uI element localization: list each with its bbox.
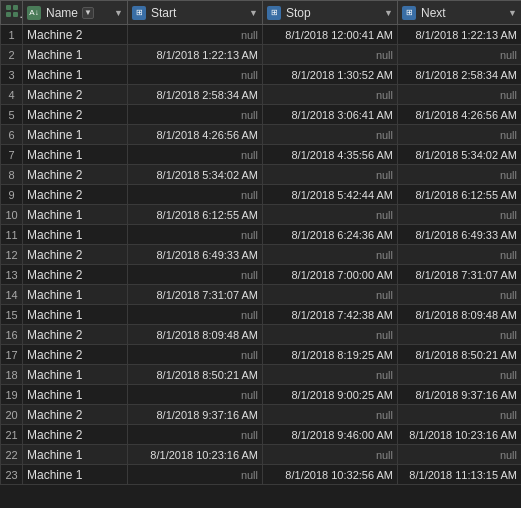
row-number: 10 — [1, 205, 23, 225]
machine-name: Machine 1 — [23, 45, 128, 65]
row-number: 9 — [1, 185, 23, 205]
next-value: 8/1/2018 5:34:02 AM — [398, 145, 522, 165]
svg-rect-1 — [13, 5, 18, 10]
machine-name: Machine 2 — [23, 85, 128, 105]
next-value: 8/1/2018 9:37:16 AM — [398, 385, 522, 405]
table-row: 12Machine 28/1/2018 6:49:33 AMnullnull — [1, 245, 522, 265]
start-dropdown-arrow[interactable]: ▼ — [249, 8, 258, 18]
machine-name: Machine 1 — [23, 465, 128, 485]
table-row: 11Machine 1null8/1/2018 6:24:36 AM8/1/20… — [1, 225, 522, 245]
next-value: null — [398, 245, 522, 265]
table-row: 7Machine 1null8/1/2018 4:35:56 AM8/1/201… — [1, 145, 522, 165]
start-value: 8/1/2018 7:31:07 AM — [128, 285, 263, 305]
name-dropdown-arrow[interactable]: ▼ — [114, 8, 123, 18]
next-value: 8/1/2018 2:58:34 AM — [398, 65, 522, 85]
next-value: null — [398, 85, 522, 105]
next-value: 8/1/2018 6:49:33 AM — [398, 225, 522, 245]
stop-value: 8/1/2018 9:46:00 AM — [263, 425, 398, 445]
machine-name: Machine 1 — [23, 445, 128, 465]
machine-name: Machine 1 — [23, 125, 128, 145]
table-row: 1Machine 2null8/1/2018 12:00:41 AM8/1/20… — [1, 25, 522, 45]
stop-value: null — [263, 125, 398, 145]
machine-name: Machine 2 — [23, 405, 128, 425]
start-value: 8/1/2018 10:23:16 AM — [128, 445, 263, 465]
machine-name: Machine 2 — [23, 245, 128, 265]
name-sort-button[interactable]: ▼ — [82, 7, 94, 19]
table-row: 10Machine 18/1/2018 6:12:55 AMnullnull — [1, 205, 522, 225]
row-number: 21 — [1, 425, 23, 445]
start-value: null — [128, 265, 263, 285]
start-value: 8/1/2018 9:37:16 AM — [128, 405, 263, 425]
machine-name: Machine 1 — [23, 285, 128, 305]
stop-value: null — [263, 205, 398, 225]
next-value: null — [398, 285, 522, 305]
start-value: null — [128, 105, 263, 125]
next-value: 8/1/2018 11:13:15 AM — [398, 465, 522, 485]
table-row: 8Machine 28/1/2018 5:34:02 AMnullnull — [1, 165, 522, 185]
next-value: null — [398, 365, 522, 385]
row-number: 23 — [1, 465, 23, 485]
table-row: 14Machine 18/1/2018 7:31:07 AMnullnull — [1, 285, 522, 305]
stop-value: 8/1/2018 3:06:41 AM — [263, 105, 398, 125]
stop-dropdown-arrow[interactable]: ▼ — [384, 8, 393, 18]
start-value: null — [128, 225, 263, 245]
stop-value: null — [263, 445, 398, 465]
start-col-icon: ⊞ — [132, 6, 146, 20]
row-number: 14 — [1, 285, 23, 305]
next-value: null — [398, 445, 522, 465]
next-value: 8/1/2018 8:50:21 AM — [398, 345, 522, 365]
stop-value: 8/1/2018 4:35:56 AM — [263, 145, 398, 165]
stop-column-header[interactable]: ⊞ Stop ▼ — [263, 1, 398, 25]
table-row: 9Machine 2null8/1/2018 5:42:44 AM8/1/201… — [1, 185, 522, 205]
start-column-header[interactable]: ⊞ Start ▼ — [128, 1, 263, 25]
stop-value: null — [263, 45, 398, 65]
start-value: 8/1/2018 6:49:33 AM — [128, 245, 263, 265]
start-value: null — [128, 145, 263, 165]
svg-rect-2 — [6, 12, 11, 17]
stop-value: 8/1/2018 9:00:25 AM — [263, 385, 398, 405]
row-number: 2 — [1, 45, 23, 65]
stop-value: 8/1/2018 12:00:41 AM — [263, 25, 398, 45]
start-value: 8/1/2018 5:34:02 AM — [128, 165, 263, 185]
row-number: 1 — [1, 25, 23, 45]
stop-col-icon: ⊞ — [267, 6, 281, 20]
machine-name: Machine 1 — [23, 145, 128, 165]
row-number: 13 — [1, 265, 23, 285]
start-value: null — [128, 185, 263, 205]
machine-name: Machine 2 — [23, 325, 128, 345]
next-column-header[interactable]: ⊞ Next ▼ — [398, 1, 522, 25]
table-row: 4Machine 28/1/2018 2:58:34 AMnullnull — [1, 85, 522, 105]
start-value: 8/1/2018 8:50:21 AM — [128, 365, 263, 385]
start-value: 8/1/2018 4:26:56 AM — [128, 125, 263, 145]
machine-name: Machine 1 — [23, 305, 128, 325]
name-col-label: Name — [46, 6, 78, 20]
row-number-header — [1, 1, 23, 25]
next-value: 8/1/2018 10:23:16 AM — [398, 425, 522, 445]
next-value: null — [398, 405, 522, 425]
next-value: null — [398, 165, 522, 185]
stop-value: null — [263, 165, 398, 185]
name-column-header[interactable]: A↓ Name ▼ ▼ — [23, 1, 128, 25]
row-number: 15 — [1, 305, 23, 325]
stop-col-label: Stop — [286, 6, 311, 20]
row-number: 19 — [1, 385, 23, 405]
table-row: 13Machine 2null8/1/2018 7:00:00 AM8/1/20… — [1, 265, 522, 285]
table-row: 15Machine 1null8/1/2018 7:42:38 AM8/1/20… — [1, 305, 522, 325]
next-dropdown-arrow[interactable]: ▼ — [508, 8, 517, 18]
row-number: 4 — [1, 85, 23, 105]
stop-value: 8/1/2018 10:32:56 AM — [263, 465, 398, 485]
row-number: 22 — [1, 445, 23, 465]
start-value: null — [128, 65, 263, 85]
next-value: 8/1/2018 7:31:07 AM — [398, 265, 522, 285]
table-row: 23Machine 1null8/1/2018 10:32:56 AM8/1/2… — [1, 465, 522, 485]
machine-name: Machine 1 — [23, 225, 128, 245]
table-row: 3Machine 1null8/1/2018 1:30:52 AM8/1/201… — [1, 65, 522, 85]
name-col-icon: A↓ — [27, 6, 41, 20]
start-value: 8/1/2018 8:09:48 AM — [128, 325, 263, 345]
next-value: null — [398, 325, 522, 345]
machine-name: Machine 1 — [23, 205, 128, 225]
row-number: 3 — [1, 65, 23, 85]
start-value: null — [128, 465, 263, 485]
table-row: 19Machine 1null8/1/2018 9:00:25 AM8/1/20… — [1, 385, 522, 405]
data-table: A↓ Name ▼ ▼ ⊞ Start ▼ ⊞ — [0, 0, 521, 485]
